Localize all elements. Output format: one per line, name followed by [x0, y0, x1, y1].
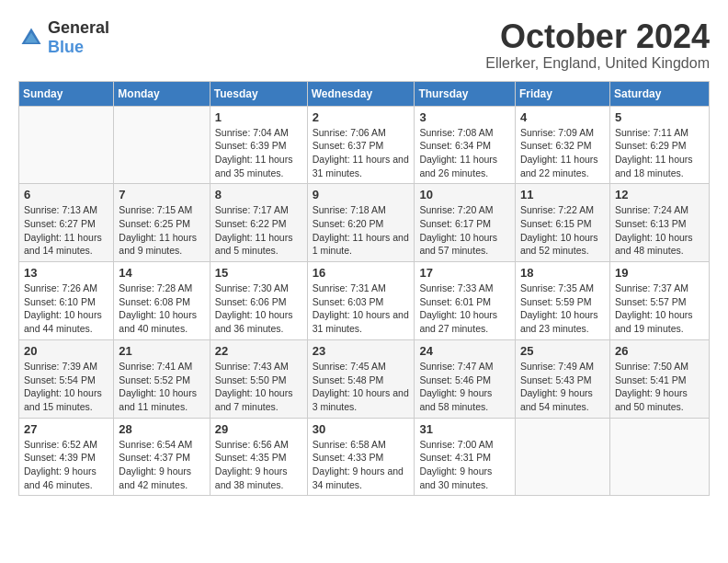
weekday-header-tuesday: Tuesday	[210, 81, 307, 106]
calendar-week-row: 1Sunrise: 7:04 AMSunset: 6:39 PMDaylight…	[19, 106, 710, 184]
weekday-header-friday: Friday	[515, 81, 609, 106]
day-info: Sunrise: 7:41 AMSunset: 5:52 PMDaylight:…	[119, 360, 204, 414]
day-info: Sunrise: 7:50 AMSunset: 5:41 PMDaylight:…	[615, 360, 704, 414]
day-number: 31	[419, 422, 510, 436]
day-number: 7	[119, 188, 204, 201]
day-number: 4	[520, 110, 605, 124]
weekday-header-monday: Monday	[114, 81, 210, 106]
calendar-cell: 21Sunrise: 7:41 AMSunset: 5:52 PMDayligh…	[114, 339, 210, 418]
calendar-cell: 8Sunrise: 7:17 AMSunset: 6:22 PMDaylight…	[210, 184, 307, 262]
day-info: Sunrise: 7:22 AMSunset: 6:15 PMDaylight:…	[520, 203, 605, 258]
day-info: Sunrise: 7:24 AMSunset: 6:13 PMDaylight:…	[615, 203, 704, 258]
calendar-week-row: 13Sunrise: 7:26 AMSunset: 6:10 PMDayligh…	[19, 262, 710, 340]
calendar-cell: 3Sunrise: 7:08 AMSunset: 6:34 PMDaylight…	[415, 106, 516, 184]
weekday-header-row: SundayMondayTuesdayWednesdayThursdayFrid…	[19, 81, 710, 106]
day-number: 1	[215, 110, 302, 124]
day-number: 10	[419, 188, 510, 201]
calendar-cell: 7Sunrise: 7:15 AMSunset: 6:25 PMDaylight…	[114, 184, 210, 262]
day-number: 16	[313, 266, 410, 280]
logo-text-blue: Blue	[48, 38, 84, 56]
calendar-cell: 11Sunrise: 7:22 AMSunset: 6:15 PMDayligh…	[515, 184, 609, 262]
calendar-cell: 5Sunrise: 7:11 AMSunset: 6:29 PMDaylight…	[609, 106, 709, 184]
day-number: 22	[215, 344, 302, 358]
day-info: Sunrise: 7:33 AMSunset: 6:01 PMDaylight:…	[419, 282, 510, 336]
day-info: Sunrise: 7:04 AMSunset: 6:39 PMDaylight:…	[215, 126, 302, 180]
calendar-week-row: 6Sunrise: 7:13 AMSunset: 6:27 PMDaylight…	[19, 184, 710, 262]
weekday-header-thursday: Thursday	[415, 81, 516, 106]
day-info: Sunrise: 7:11 AMSunset: 6:29 PMDaylight:…	[615, 126, 704, 180]
day-number: 15	[215, 266, 302, 280]
calendar-cell	[515, 418, 609, 496]
title-area: October 2024 Ellerker, England, United K…	[485, 18, 710, 72]
day-number: 21	[119, 344, 204, 358]
logo-icon	[18, 25, 44, 51]
calendar-cell: 27Sunrise: 6:52 AMSunset: 4:39 PMDayligh…	[19, 418, 114, 496]
day-number: 25	[520, 344, 605, 358]
day-number: 5	[615, 110, 704, 124]
calendar-cell	[114, 106, 210, 184]
calendar-cell: 23Sunrise: 7:45 AMSunset: 5:48 PMDayligh…	[307, 339, 415, 418]
logo: General Blue	[18, 18, 109, 57]
day-info: Sunrise: 7:37 AMSunset: 5:57 PMDaylight:…	[615, 282, 704, 336]
day-info: Sunrise: 7:15 AMSunset: 6:25 PMDaylight:…	[119, 203, 204, 258]
calendar-cell: 10Sunrise: 7:20 AMSunset: 6:17 PMDayligh…	[415, 184, 516, 262]
calendar-cell: 13Sunrise: 7:26 AMSunset: 6:10 PMDayligh…	[19, 262, 114, 340]
day-info: Sunrise: 7:13 AMSunset: 6:27 PMDaylight:…	[24, 203, 108, 258]
day-number: 6	[24, 188, 108, 201]
month-title: October 2024	[485, 18, 710, 55]
calendar-cell: 16Sunrise: 7:31 AMSunset: 6:03 PMDayligh…	[307, 262, 415, 340]
day-number: 18	[520, 266, 605, 280]
calendar-cell: 25Sunrise: 7:49 AMSunset: 5:43 PMDayligh…	[515, 339, 609, 418]
calendar-table: SundayMondayTuesdayWednesdayThursdayFrid…	[18, 81, 710, 497]
calendar-cell: 17Sunrise: 7:33 AMSunset: 6:01 PMDayligh…	[415, 262, 516, 340]
day-info: Sunrise: 7:28 AMSunset: 6:08 PMDaylight:…	[119, 282, 204, 336]
calendar-cell: 30Sunrise: 6:58 AMSunset: 4:33 PMDayligh…	[307, 418, 415, 496]
calendar-cell: 18Sunrise: 7:35 AMSunset: 5:59 PMDayligh…	[515, 262, 609, 340]
day-number: 29	[215, 422, 302, 436]
calendar-cell: 15Sunrise: 7:30 AMSunset: 6:06 PMDayligh…	[210, 262, 307, 340]
day-info: Sunrise: 7:08 AMSunset: 6:34 PMDaylight:…	[419, 126, 510, 180]
weekday-header-saturday: Saturday	[609, 81, 709, 106]
calendar-cell: 26Sunrise: 7:50 AMSunset: 5:41 PMDayligh…	[609, 339, 709, 418]
day-number: 8	[215, 188, 302, 201]
calendar-cell: 19Sunrise: 7:37 AMSunset: 5:57 PMDayligh…	[609, 262, 709, 340]
weekday-header-wednesday: Wednesday	[307, 81, 415, 106]
calendar-week-row: 20Sunrise: 7:39 AMSunset: 5:54 PMDayligh…	[19, 339, 710, 418]
day-number: 2	[313, 110, 410, 124]
day-number: 23	[313, 344, 410, 358]
calendar-cell: 14Sunrise: 7:28 AMSunset: 6:08 PMDayligh…	[114, 262, 210, 340]
day-number: 24	[419, 344, 510, 358]
calendar-cell: 24Sunrise: 7:47 AMSunset: 5:46 PMDayligh…	[415, 339, 516, 418]
location: Ellerker, England, United Kingdom	[485, 55, 710, 72]
day-info: Sunrise: 7:43 AMSunset: 5:50 PMDaylight:…	[215, 360, 302, 414]
logo-text-general: General	[48, 18, 109, 37]
calendar-cell: 6Sunrise: 7:13 AMSunset: 6:27 PMDaylight…	[19, 184, 114, 262]
day-info: Sunrise: 6:58 AMSunset: 4:33 PMDaylight:…	[313, 438, 410, 492]
day-number: 11	[520, 188, 605, 201]
day-number: 3	[419, 110, 510, 124]
day-info: Sunrise: 6:56 AMSunset: 4:35 PMDaylight:…	[215, 438, 302, 492]
calendar-cell: 2Sunrise: 7:06 AMSunset: 6:37 PMDaylight…	[307, 106, 415, 184]
day-number: 27	[24, 422, 108, 436]
calendar-cell: 31Sunrise: 7:00 AMSunset: 4:31 PMDayligh…	[415, 418, 516, 496]
day-info: Sunrise: 7:45 AMSunset: 5:48 PMDaylight:…	[313, 360, 410, 414]
day-info: Sunrise: 7:35 AMSunset: 5:59 PMDaylight:…	[520, 282, 605, 336]
day-info: Sunrise: 7:18 AMSunset: 6:20 PMDaylight:…	[313, 203, 410, 258]
calendar-cell: 4Sunrise: 7:09 AMSunset: 6:32 PMDaylight…	[515, 106, 609, 184]
calendar-cell: 22Sunrise: 7:43 AMSunset: 5:50 PMDayligh…	[210, 339, 307, 418]
day-info: Sunrise: 7:17 AMSunset: 6:22 PMDaylight:…	[215, 203, 302, 258]
day-info: Sunrise: 7:26 AMSunset: 6:10 PMDaylight:…	[24, 282, 108, 336]
day-info: Sunrise: 7:39 AMSunset: 5:54 PMDaylight:…	[24, 360, 108, 414]
day-number: 28	[119, 422, 204, 436]
calendar-cell	[19, 106, 114, 184]
day-info: Sunrise: 7:09 AMSunset: 6:32 PMDaylight:…	[520, 126, 605, 180]
day-number: 17	[419, 266, 510, 280]
day-info: Sunrise: 7:49 AMSunset: 5:43 PMDaylight:…	[520, 360, 605, 414]
day-info: Sunrise: 7:00 AMSunset: 4:31 PMDaylight:…	[419, 438, 510, 492]
day-number: 20	[24, 344, 108, 358]
day-number: 14	[119, 266, 204, 280]
day-number: 12	[615, 188, 704, 201]
day-info: Sunrise: 7:20 AMSunset: 6:17 PMDaylight:…	[419, 203, 510, 258]
calendar-cell	[609, 418, 709, 496]
calendar-cell: 12Sunrise: 7:24 AMSunset: 6:13 PMDayligh…	[609, 184, 709, 262]
